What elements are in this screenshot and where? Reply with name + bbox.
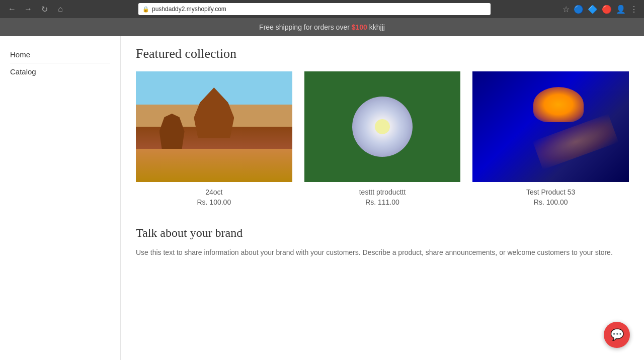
announcement-bar: Free shipping for orders over $100 kkhjj… [0,18,644,36]
product-card-1[interactable]: 24oct Rs. 100.00 [136,71,292,206]
featured-collection-title: Featured collection [136,46,629,61]
address-bar[interactable]: 🔒 pushdaddy2.myshopify.com [138,3,491,15]
brand-description: Use this text to share information about… [136,247,619,258]
home-button[interactable]: ⌂ [54,3,66,15]
back-button[interactable]: ← [6,3,18,15]
product-image-1 [136,71,292,182]
url-text: pushdaddy2.myshopify.com [152,6,226,13]
product-name-1: 24oct [136,188,292,196]
announcement-text-before: Free shipping for orders over [259,23,352,31]
menu-button[interactable]: ⋮ [630,5,638,14]
product-card-2[interactable]: testtt ptroducttt Rs. 111.00 [304,71,461,206]
product-card-3[interactable]: Test Product 53 Rs. 100.00 [472,71,629,206]
messenger-fab-button[interactable]: 💬 [604,322,630,348]
forward-button[interactable]: → [22,3,34,15]
bookmark-button[interactable]: ☆ [562,5,570,14]
announcement-text-after: kkhjjj [369,23,385,31]
product-image-2 [304,71,461,182]
sidebar-item-home[interactable]: Home [10,46,110,63]
sidebar: Home Catalog [0,36,121,360]
announcement-price: $100 [352,23,367,31]
product-img-flower [304,71,461,182]
extension-button-1[interactable]: 🔵 [574,5,584,14]
product-grid: 24oct Rs. 100.00 testtt ptroducttt Rs. 1… [136,71,629,206]
product-price-3: Rs. 100.00 [472,198,629,206]
main-content: Featured collection 24oct Rs. 100.00 tes… [121,36,644,360]
reload-button[interactable]: ↻ [38,3,50,15]
page-layout: Home Catalog Featured collection 24oct R… [0,36,644,360]
brand-section-title: Talk about your brand [136,226,629,240]
sidebar-item-catalog[interactable]: Catalog [10,63,110,80]
product-image-3 [472,71,629,182]
product-price-1: Rs. 100.00 [136,198,292,206]
product-name-3: Test Product 53 [472,188,629,196]
product-img-desert [136,71,292,182]
browser-chrome: ← → ↻ ⌂ 🔒 pushdaddy2.myshopify.com ☆ 🔵 🔷… [0,0,644,18]
extension-button-2[interactable]: 🔷 [588,5,598,14]
product-name-2: testtt ptroducttt [304,188,461,196]
lock-icon: 🔒 [142,6,149,13]
product-price-2: Rs. 111.00 [304,198,461,206]
product-img-jellyfish [472,71,629,182]
profile-button[interactable]: 👤 [616,5,626,14]
extension-button-3[interactable]: 🔴 [602,5,612,14]
